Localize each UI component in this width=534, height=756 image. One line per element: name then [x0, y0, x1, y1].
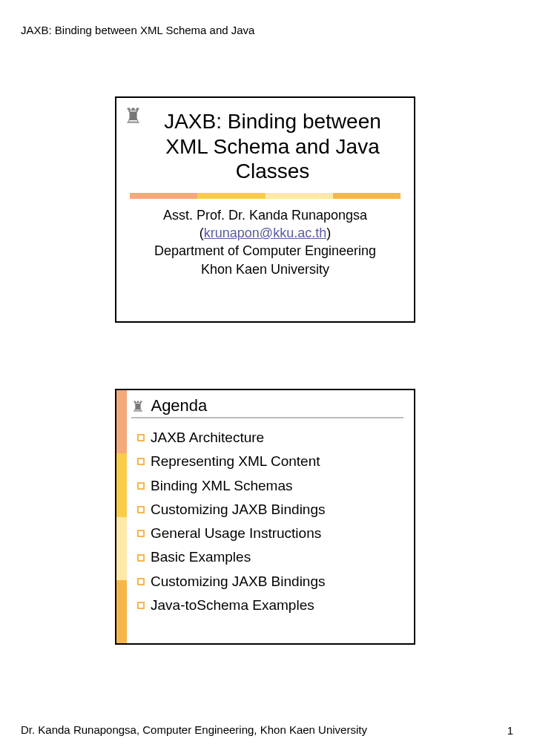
- slide-agenda: ♜ Agenda JAXB Architecture Representing …: [115, 389, 415, 645]
- slide-title: ♜ JAXB: Binding between XML Schema and J…: [115, 96, 415, 323]
- department: Department of Computer Engineering: [131, 242, 399, 260]
- page-number: 1: [507, 724, 513, 737]
- list-item-label: Customizing JAXB Bindings: [151, 498, 326, 522]
- university-logo-icon: ♜: [124, 104, 148, 134]
- agenda-heading: Agenda: [151, 396, 207, 415]
- list-item: Binding XML Schemas: [137, 474, 403, 498]
- list-item-label: Binding XML Schemas: [151, 474, 293, 498]
- bullet-icon: [137, 434, 145, 441]
- bullet-icon: [137, 530, 145, 537]
- author-name: Asst. Prof. Dr. Kanda Runapongsa: [131, 206, 399, 224]
- footer-author: Dr. Kanda Runapongsa, Computer Engineeri…: [21, 723, 367, 737]
- bullet-icon: [137, 554, 145, 562]
- university-logo-icon: ♜: [131, 398, 148, 415]
- list-item: Customizing JAXB Bindings: [137, 498, 403, 522]
- author-email-line: (krunapon@kku.ac.th): [131, 224, 399, 242]
- bullet-icon: [137, 578, 145, 585]
- list-item: General Usage Instructions: [137, 522, 403, 545]
- list-item: Representing XML Content: [137, 450, 403, 473]
- list-item-label: Representing XML Content: [151, 450, 320, 473]
- author-block: Asst. Prof. Dr. Kanda Runapongsa (krunap…: [116, 206, 414, 278]
- university: Khon Kaen University: [131, 260, 399, 278]
- list-item-label: Java-toSchema Examples: [151, 594, 314, 617]
- email-link[interactable]: krunapon@kku.ac.th: [204, 226, 326, 240]
- list-item-label: JAXB Architecture: [151, 426, 264, 450]
- bullet-icon: [137, 602, 145, 609]
- list-item: Basic Examples: [137, 545, 403, 569]
- side-color-stripe: [116, 390, 127, 643]
- list-item: Customizing JAXB Bindings: [137, 570, 403, 594]
- bullet-icon: [137, 506, 145, 513]
- document-header: JAXB: Binding between XML Schema and Jav…: [21, 24, 254, 36]
- list-item-label: General Usage Instructions: [151, 522, 321, 545]
- agenda-list: JAXB Architecture Representing XML Conte…: [131, 426, 403, 617]
- list-item-label: Customizing JAXB Bindings: [151, 570, 326, 594]
- list-item: Java-toSchema Examples: [137, 594, 403, 617]
- bullet-icon: [137, 458, 145, 465]
- bullet-icon: [137, 482, 145, 490]
- list-item: JAXB Architecture: [137, 426, 403, 450]
- color-divider: [130, 193, 400, 199]
- heading-underline: [131, 417, 403, 418]
- document-footer: Dr. Kanda Runapongsa, Computer Engineeri…: [21, 723, 513, 737]
- list-item-label: Basic Examples: [151, 545, 251, 569]
- presentation-title: JAXB: Binding between XML Schema and Jav…: [116, 98, 414, 188]
